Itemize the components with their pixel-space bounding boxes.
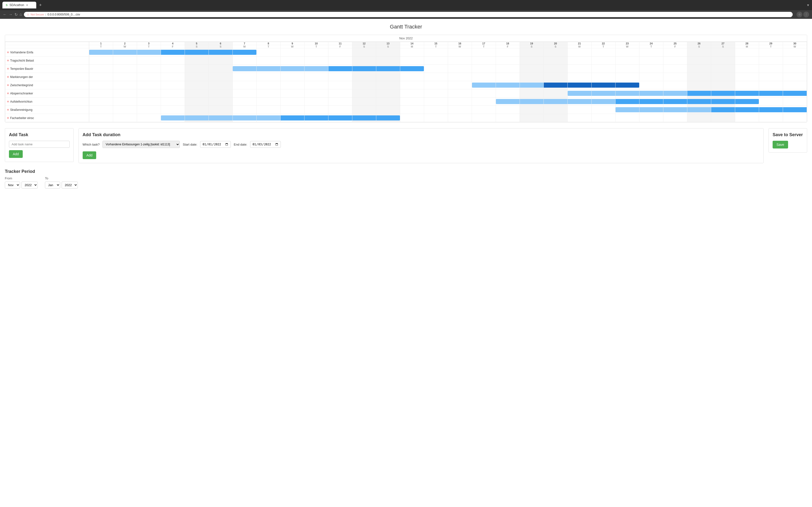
task-cell-1-2 [137,56,161,65]
task-row-3: ✕Markierungen der [5,73,807,81]
bar-segment-0-5 [185,50,209,55]
task-cell-0-10 [328,48,352,56]
task-cell-8-25 [687,114,711,122]
task-cell-2-14 [424,65,448,73]
start-date-input[interactable] [200,141,231,148]
nav-back-button[interactable]: ← [3,12,7,17]
bar-segment-8-9 [281,115,304,120]
task-remove-2[interactable]: ✕ [7,67,9,70]
task-remove-3[interactable]: ✕ [7,75,9,79]
task-select[interactable]: Vorhandene Einfassungen 1-zeilig [taskid… [102,141,180,148]
task-cell-4-29 [783,81,807,89]
day-num-28: 28 [735,42,759,45]
task-cell-7-2 [137,106,161,114]
task-cell-0-20 [567,48,591,56]
task-cell-1-25 [687,56,711,65]
bar-segment-6-26 [687,99,711,104]
to-year-select[interactable]: 2022 2020 2021 2023 2024 [62,181,78,188]
browser-actions: ☆ ⋮ [797,12,809,17]
task-label-3: ✕Markierungen der [5,73,89,81]
task-cell-3-12 [376,73,400,81]
task-cell-5-1 [113,89,137,98]
bar-segment-4-21 [568,82,591,88]
bar-segment-7-25 [663,107,687,112]
add-task-button[interactable]: Add [9,150,23,158]
add-duration-button[interactable]: Add [83,151,96,159]
task-cell-4-9 [304,81,328,89]
task-cell-4-1 [113,81,137,89]
task-remove-6[interactable]: ✕ [7,100,9,103]
task-remove-7[interactable]: ✕ [7,108,9,112]
nav-refresh-button[interactable]: ↻ [14,12,18,17]
task-cell-6-10 [328,98,352,106]
tracker-period-title: Tracker Period [5,169,807,174]
task-remove-8[interactable]: ✕ [7,116,9,120]
save-button[interactable]: Save [773,141,788,149]
task-cell-5-4 [185,89,209,98]
new-tab-button[interactable]: + [39,3,42,8]
task-cell-7-29 [783,106,807,114]
task-cell-8-15 [448,114,472,122]
end-date-input[interactable] [250,141,281,148]
nav-home-button[interactable]: ⌂ [19,12,22,17]
task-cell-6-6 [233,98,256,106]
day-num-23: 23 [615,42,639,45]
task-remove-0[interactable]: ✕ [7,51,9,54]
task-cell-2-10 [328,65,352,73]
task-label-7: ✕Straßenreinigung [5,106,89,114]
day-letter-30: W [783,45,807,48]
period-from-group: From Nov Jan Feb Mar Apr May Jun Jul Aug… [5,176,38,188]
task-cell-1-24 [663,56,687,65]
browser-tab[interactable]: S SDAcathon × [2,2,36,8]
task-cell-1-29 [783,56,807,65]
task-cell-7-5 [209,106,233,114]
task-cell-4-4 [185,81,209,89]
bar-segment-5-21 [568,91,591,96]
nav-forward-button[interactable]: → [9,12,12,17]
task-cell-7-9 [304,106,328,114]
task-cell-4-27 [735,81,759,89]
day-num-20: 20 [544,42,567,45]
day-num-2: 2 [113,42,137,45]
task-cell-1-0 [89,56,113,65]
from-year-select[interactable]: 2022 2020 2021 2023 2024 [21,181,38,188]
task-cell-2-22 [615,65,639,73]
task-cell-8-23 [639,114,663,122]
task-cell-4-10 [328,81,352,89]
task-remove-4[interactable]: ✕ [7,83,9,87]
task-cell-0-11 [352,48,376,56]
tab-close-button[interactable]: × [26,3,28,7]
task-cell-4-6 [233,81,256,89]
task-cell-7-19 [544,106,567,114]
bookmark-button[interactable]: ☆ [797,12,802,17]
day-num-30: 30 [783,42,807,45]
task-cell-3-19 [544,73,567,81]
day-letter-21: M [567,45,591,48]
address-bar[interactable]: ⚠ Not Secure | 0.0.0.0:8000/506_0....csv [24,12,793,17]
bar-segment-6-25 [663,99,687,104]
from-month-select[interactable]: Nov Jan Feb Mar Apr May Jun Jul Aug Sep … [5,181,20,188]
end-date-label: End date: [234,143,247,146]
task-cell-5-12 [376,89,400,98]
day-num-6: 6 [209,42,233,45]
day-letter-3: T [137,45,161,48]
task-cell-3-10 [328,73,352,81]
task-cell-0-24 [663,48,687,56]
to-label: To [45,176,78,180]
dropdown-arrow[interactable]: ▼ [806,3,810,7]
task-remove-1[interactable]: ✕ [7,59,9,62]
day-num-15: 15 [424,42,448,45]
task-remove-5[interactable]: ✕ [7,92,9,95]
extensions-button[interactable]: ⋮ [803,12,809,17]
task-cell-8-27 [735,114,759,122]
to-month-select[interactable]: Jan Feb Mar Apr May Jun Jul Aug Sep Oct … [45,181,60,188]
bar-segment-0-4 [161,50,185,55]
task-cell-3-16 [472,73,496,81]
task-cell-2-29 [783,65,807,73]
add-task-input[interactable] [9,141,69,148]
task-cell-6-5 [209,98,233,106]
task-cell-6-18 [520,98,544,106]
task-cell-8-24 [663,114,687,122]
task-cell-1-20 [567,56,591,65]
day-letter-11: F [328,45,352,48]
